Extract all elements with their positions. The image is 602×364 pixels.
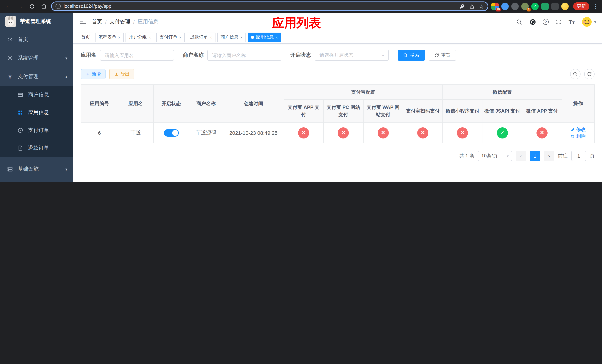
fullscreen-icon[interactable] <box>555 19 562 25</box>
card-icon <box>17 91 24 98</box>
sidebar-item-label: 系统管理 <box>18 55 39 62</box>
refresh-icon <box>434 53 439 58</box>
reset-button[interactable]: 重置 <box>429 50 456 61</box>
tab-merchant-info[interactable]: 商户信息× <box>217 32 246 42</box>
cell-merchant: 芋道源码 <box>189 122 223 143</box>
sidebar-item-label: 基础设施 <box>18 166 39 172</box>
site-info-icon[interactable]: i <box>55 4 61 9</box>
url-text[interactable]: localhost:1024/pay/app <box>64 4 459 9</box>
delete-link[interactable]: 删除 <box>570 133 586 139</box>
sidebar-item-label: 首页 <box>18 36 28 43</box>
merchant-name-input[interactable] <box>207 50 281 61</box>
total-count: 共 1 条 <box>459 152 474 159</box>
reload-icon[interactable] <box>27 2 36 11</box>
active-dot <box>251 36 254 39</box>
app-table: 应用编号 应用名 开启状态 商户名称 创建时间 支付宝配置 微信配置 操作 支付… <box>81 85 595 143</box>
page-size-select[interactable]: 10条/页 ▾ <box>478 151 512 161</box>
font-size-icon[interactable]: TT <box>569 19 575 25</box>
add-button[interactable]: ＋ 新增 <box>81 69 106 79</box>
page-annotation: 应用列表 <box>272 15 321 32</box>
help-icon[interactable]: ? <box>543 19 548 25</box>
pagination: 共 1 条 10条/页 ▾ ‹ 1 › 前往 页 <box>81 151 595 169</box>
page-number-button[interactable]: 1 <box>530 151 540 161</box>
sidebar: 芋道管理系统 首页 系统管理 ▾ ¥ 支付管理 ▴ <box>0 13 73 182</box>
close-icon[interactable]: × <box>275 35 278 39</box>
breadcrumb-home[interactable]: 首页 <box>92 19 102 25</box>
wechat-devtools-icon[interactable]: ✓ <box>531 3 539 10</box>
close-icon[interactable]: × <box>149 35 151 39</box>
yen-icon: ¥ <box>7 73 13 80</box>
extensions-grid-icon[interactable]: 10 <box>491 3 499 10</box>
user-avatar-menu[interactable]: ▾ <box>582 17 596 27</box>
search-icon <box>573 72 578 77</box>
back-icon[interactable]: ← <box>4 2 13 11</box>
forward-icon[interactable]: → <box>16 2 24 11</box>
gray-circle-icon[interactable] <box>511 3 519 10</box>
close-icon[interactable]: × <box>210 35 212 39</box>
url-bar[interactable]: i localhost:1024/pay/app ☆ <box>51 1 488 11</box>
sidebar-item-pay-order[interactable]: ¥ 支付订单 <box>0 121 73 139</box>
breadcrumb-payment[interactable]: 支付管理 <box>110 19 130 25</box>
tab-home[interactable]: 首页 <box>78 32 93 42</box>
search-icon[interactable] <box>516 19 523 25</box>
close-icon[interactable]: × <box>179 35 182 39</box>
status-select[interactable]: 请选择开启状态 ▾ <box>315 50 389 61</box>
alipay-app-status-icon <box>298 127 309 138</box>
dashboard-icon <box>7 36 13 43</box>
edit-link[interactable]: 修改 <box>570 126 586 133</box>
col-alipay-wap: 支付宝 WAP 网站支付 <box>363 99 403 122</box>
blue-drop-icon[interactable] <box>501 3 509 10</box>
refresh-table-button[interactable] <box>584 69 595 79</box>
chevron-down-icon: ▾ <box>65 56 67 61</box>
sidebar-collapse-icon[interactable] <box>79 18 87 26</box>
tab-process-form[interactable]: 流程表单× <box>95 32 124 42</box>
chevron-down-icon: ▾ <box>65 167 67 172</box>
status-label: 开启状态 <box>290 52 311 58</box>
tab-app-info[interactable]: 应用信息× <box>248 32 281 42</box>
sidebar-item-merchant-info[interactable]: 商户信息 <box>0 86 73 104</box>
tab-user-group[interactable]: 用户分组× <box>126 32 154 42</box>
emoji-face-extension-icon[interactable] <box>561 3 569 10</box>
alipay-wap-status-icon <box>377 127 388 138</box>
bookmark-star-icon[interactable]: ☆ <box>479 3 484 9</box>
puzzle-icon[interactable] <box>551 3 559 10</box>
export-button[interactable]: 导出 <box>109 69 134 79</box>
cell-app-id: 6 <box>81 122 118 143</box>
search-icon <box>403 53 408 58</box>
app-logo-row[interactable]: 芋道管理系统 <box>0 13 73 30</box>
coin-icon: ¥ <box>17 127 24 134</box>
payment-submenu: 商户信息 应用信息 ¥ 支付订单 <box>0 86 73 157</box>
password-key-icon[interactable] <box>459 3 464 9</box>
sidebar-item-dev-tools[interactable]: 研发工具 ▾ <box>0 179 73 182</box>
browser-update-button[interactable]: 更新 <box>573 2 589 10</box>
share-icon[interactable] <box>469 3 474 9</box>
green-square-icon[interactable] <box>541 3 549 10</box>
goto-page-input[interactable] <box>571 151 586 161</box>
sidebar-item-refund-order[interactable]: 退款订单 <box>0 139 73 157</box>
close-icon[interactable]: × <box>118 35 120 39</box>
search-button[interactable]: 搜索 <box>398 50 425 61</box>
prev-page-button[interactable]: ‹ <box>516 151 526 161</box>
sidebar-item-home[interactable]: 首页 <box>0 30 73 49</box>
sidebar-item-system[interactable]: 系统管理 ▾ <box>0 49 73 67</box>
app-name-input[interactable] <box>100 50 174 61</box>
next-page-button[interactable]: › <box>544 151 554 161</box>
tab-pay-order[interactable]: 支付订单× <box>156 32 185 42</box>
tab-refund-order[interactable]: 退款订单× <box>187 32 215 42</box>
col-wechat-app: 微信 APP 支付 <box>522 99 562 122</box>
sidebar-item-infrastructure[interactable]: 基础设施 ▾ <box>0 160 73 179</box>
sidebar-item-payment[interactable]: ¥ 支付管理 ▴ <box>0 67 73 86</box>
table-row: 6 芋道 芋道源码 2021-10-23 08:49:25 <box>81 122 594 143</box>
download-icon <box>114 72 119 76</box>
avatar <box>582 17 592 27</box>
browser-menu-icon[interactable]: ⋮ <box>593 3 598 9</box>
svg-text:¥: ¥ <box>20 129 21 132</box>
status-toggle[interactable] <box>164 129 179 137</box>
home-icon[interactable] <box>39 2 48 11</box>
profile-avatar-icon[interactable]: 1 <box>521 3 529 10</box>
close-icon[interactable]: × <box>240 35 243 39</box>
sidebar-item-app-info[interactable]: 应用信息 <box>0 104 73 121</box>
toggle-search-button[interactable] <box>570 69 580 79</box>
github-icon[interactable] <box>529 19 536 25</box>
col-status: 开启状态 <box>153 85 189 122</box>
